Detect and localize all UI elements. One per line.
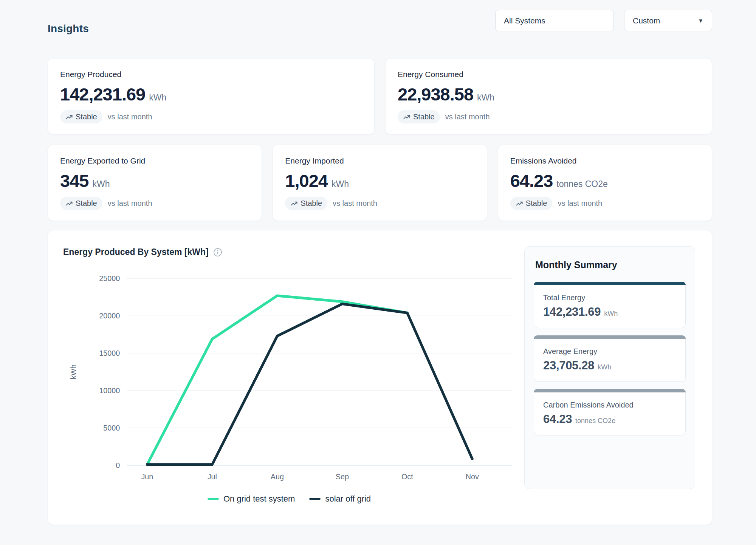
legend-item[interactable]: On grid test system xyxy=(208,494,295,504)
summary-card-total-energy: Total Energy 142,231.69 kWh xyxy=(534,282,686,328)
summary-accent-bar xyxy=(534,389,686,392)
trend-label: Stable xyxy=(76,113,97,121)
trend-note: vs last month xyxy=(445,113,490,121)
date-range-select[interactable]: Custom ▼ xyxy=(624,10,712,31)
svg-text:Nov: Nov xyxy=(466,472,479,481)
svg-text:Jun: Jun xyxy=(141,472,153,481)
summary-accent-bar xyxy=(534,282,686,285)
chart-section: Energy Produced By System [kWh] 05000100… xyxy=(63,246,515,509)
kpi-value-row: 64.23 tonnes CO2e xyxy=(510,170,700,191)
trending-up-icon xyxy=(403,113,411,121)
kpi-trend-row: Stable vs last month xyxy=(60,197,249,210)
summary-card-unit: kWh xyxy=(598,363,611,371)
summary-card-unit: tonnes CO2e xyxy=(575,417,615,425)
kpi-card-energy-consumed: Energy Consumed 22,938.58 kWh Stable vs … xyxy=(385,58,712,134)
trend-badge: Stable xyxy=(60,110,102,124)
trending-up-icon xyxy=(290,200,298,207)
header-controls: All Systems Custom ▼ xyxy=(495,10,712,31)
kpi-card-energy-produced: Energy Produced 142,231.69 kWh Stable vs… xyxy=(48,58,375,134)
svg-text:Sep: Sep xyxy=(336,472,349,481)
systems-filter-value: All Systems xyxy=(504,16,545,25)
svg-text:15000: 15000 xyxy=(99,349,120,357)
svg-text:0: 0 xyxy=(116,461,120,469)
svg-text:Jul: Jul xyxy=(208,472,217,481)
trend-badge: Stable xyxy=(285,197,327,210)
legend-label: solar off grid xyxy=(325,494,371,504)
summary-card-value: 64.23 xyxy=(543,412,572,426)
summary-card-body: Carbon Emissions Avoided 64.23 tonnes CO… xyxy=(534,392,686,435)
kpi-unit: kWh xyxy=(92,179,110,189)
kpi-label: Energy Imported xyxy=(285,156,474,165)
trend-label: Stable xyxy=(413,113,435,121)
kpi-value-row: 345 kWh xyxy=(60,170,249,191)
page-header: Insights All Systems Custom ▼ xyxy=(48,10,712,35)
summary-card-value: 142,231.69 xyxy=(543,305,601,319)
trend-note: vs last month xyxy=(108,113,152,121)
systems-filter[interactable]: All Systems xyxy=(495,10,614,31)
trend-note: vs last month xyxy=(333,199,377,208)
chart-legend: On grid test systemsolar off grid xyxy=(63,494,515,504)
kpi-value-row: 142,231.69 kWh xyxy=(60,84,362,105)
trend-note: vs last month xyxy=(558,199,602,208)
monthly-summary-panel: Monthly Summary Total Energy 142,231.69 … xyxy=(524,246,695,489)
kpi-trend-row: Stable vs last month xyxy=(60,110,362,124)
chart-title: Energy Produced By System [kWh] xyxy=(63,247,209,257)
trend-label: Stable xyxy=(301,199,322,208)
kpi-unit: kWh xyxy=(477,93,494,103)
info-icon[interactable] xyxy=(213,248,222,257)
kpi-unit: kWh xyxy=(332,179,349,189)
chart-card: Energy Produced By System [kWh] 05000100… xyxy=(48,230,712,525)
svg-text:25000: 25000 xyxy=(99,274,120,283)
summary-card-label: Total Energy xyxy=(543,293,676,302)
kpi-value: 1,024 xyxy=(285,170,328,191)
summary-card-label: Carbon Emissions Avoided xyxy=(543,401,676,409)
kpi-trend-row: Stable vs last month xyxy=(510,197,700,210)
summary-card-value: 23,705.28 xyxy=(543,359,594,372)
page-title: Insights xyxy=(48,23,89,35)
svg-text:20000: 20000 xyxy=(99,312,120,320)
kpi-trend-row: Stable vs last month xyxy=(398,110,700,124)
chart-title-row: Energy Produced By System [kWh] xyxy=(63,247,515,257)
kpi-unit: kWh xyxy=(149,93,166,103)
trending-up-icon xyxy=(65,200,73,207)
trend-label: Stable xyxy=(76,199,97,208)
kpi-label: Energy Exported to Grid xyxy=(60,156,249,165)
date-range-value: Custom xyxy=(633,16,660,25)
kpi-value-row: 1,024 kWh xyxy=(285,170,474,191)
trending-up-icon xyxy=(516,200,523,207)
chevron-down-icon: ▼ xyxy=(698,18,703,23)
summary-value-row: 142,231.69 kWh xyxy=(543,305,676,319)
summary-accent-bar xyxy=(534,335,686,339)
legend-item[interactable]: solar off grid xyxy=(309,494,371,504)
trend-badge: Stable xyxy=(510,197,553,210)
legend-swatch xyxy=(309,498,321,500)
kpi-value: 345 xyxy=(60,170,88,191)
svg-text:kWh: kWh xyxy=(69,364,77,380)
summary-value-row: 23,705.28 kWh xyxy=(543,359,676,372)
insights-page: Insights All Systems Custom ▼ Energy Pro… xyxy=(0,0,756,525)
kpi-unit: tonnes CO2e xyxy=(556,179,608,189)
legend-swatch xyxy=(208,498,219,500)
kpi-trend-row: Stable vs last month xyxy=(285,197,474,210)
summary-card-body: Total Energy 142,231.69 kWh xyxy=(534,285,686,328)
trend-badge: Stable xyxy=(398,110,440,124)
summary-card-body: Average Energy 23,705.28 kWh xyxy=(534,339,686,382)
kpi-label: Emissions Avoided xyxy=(510,156,700,165)
svg-text:5000: 5000 xyxy=(103,424,120,432)
kpi-row-2: Energy Exported to Grid 345 kWh Stable v… xyxy=(48,145,712,221)
monthly-summary-heading: Monthly Summary xyxy=(535,259,686,270)
summary-value-row: 64.23 tonnes CO2e xyxy=(543,412,676,426)
summary-card-label: Average Energy xyxy=(543,347,676,356)
trending-up-icon xyxy=(65,113,73,121)
kpi-label: Energy Produced xyxy=(60,70,362,79)
trend-badge: Stable xyxy=(60,197,102,210)
svg-text:Aug: Aug xyxy=(271,472,284,481)
kpi-value-row: 22,938.58 kWh xyxy=(398,84,700,105)
kpi-card-energy-imported: Energy Imported 1,024 kWh Stable vs last… xyxy=(273,145,487,221)
legend-label: On grid test system xyxy=(223,494,295,504)
svg-text:10000: 10000 xyxy=(99,386,120,395)
kpi-row-1: Energy Produced 142,231.69 kWh Stable vs… xyxy=(48,58,712,134)
kpi-value: 22,938.58 xyxy=(398,84,473,105)
kpi-value: 142,231.69 xyxy=(60,84,145,105)
kpi-label: Energy Consumed xyxy=(398,70,700,79)
